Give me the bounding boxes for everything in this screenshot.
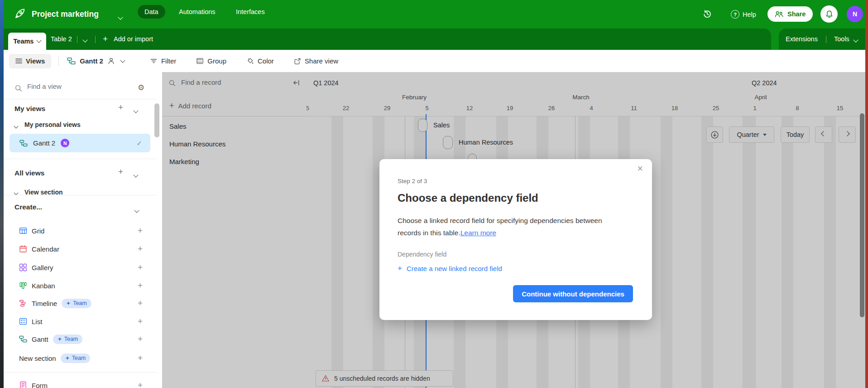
sidebar-scrollbar[interactable]: [154, 103, 159, 137]
close-icon[interactable]: ×: [637, 164, 643, 174]
kanban-icon: [19, 281, 27, 290]
continue-without-dependencies-button[interactable]: Continue without dependencies: [513, 285, 633, 302]
share-button[interactable]: Share: [767, 6, 813, 22]
sidebar-item-calendar[interactable]: Calendar +: [4, 242, 162, 256]
learn-more-link[interactable]: Learn more: [460, 229, 496, 237]
sidebar-item-form[interactable]: Form +: [4, 378, 162, 388]
color-label: Color: [258, 57, 274, 65]
rocket-icon: [14, 7, 26, 20]
share-view-button[interactable]: Share view: [294, 57, 338, 65]
screen-edge: [865, 0, 868, 388]
nav-tab-interfaces[interactable]: Interfaces: [229, 5, 272, 19]
my-views-label: My views: [14, 105, 45, 113]
tab-teams[interactable]: Teams: [8, 33, 46, 50]
base-title-chevron-icon[interactable]: [119, 14, 122, 22]
gantt-view-icon: [19, 139, 28, 147]
plus-icon: +: [398, 264, 402, 273]
modal-title: Choose a dependency field: [398, 192, 538, 204]
selected-view-name: Gantt 2: [33, 139, 55, 147]
history-icon[interactable]: [703, 10, 712, 19]
screen: Project marketing Data Automations Inter…: [0, 0, 868, 388]
nav-tab-data[interactable]: Data: [138, 5, 165, 19]
sidebar-item-list[interactable]: List +: [4, 315, 162, 328]
content: ⚙ My views + My personal views Gantt 2 N…: [4, 72, 865, 388]
filter-button[interactable]: Filter: [150, 57, 176, 65]
base-title[interactable]: Project marketing: [32, 10, 99, 19]
gear-icon[interactable]: ⚙: [138, 83, 144, 92]
view-chevron-icon: [120, 58, 125, 63]
add-view-icon[interactable]: +: [138, 226, 143, 236]
app-window: Project marketing Data Automations Inter…: [4, 0, 865, 388]
share-view-label: Share view: [305, 57, 338, 65]
create-label: Create...: [14, 203, 42, 211]
clipped-view-row: View section: [4, 189, 153, 195]
tab-teams-label: Teams: [14, 38, 34, 45]
gantt-icon: [19, 335, 27, 343]
color-button[interactable]: Color: [246, 57, 274, 65]
views-button[interactable]: Views: [9, 54, 51, 68]
add-view-icon[interactable]: +: [138, 316, 143, 326]
sidebar-item-new-section[interactable]: New section Team +: [4, 351, 162, 365]
sidebar-item-gallery[interactable]: Gallery +: [4, 261, 162, 274]
top-bar: Project marketing Data Automations Inter…: [4, 0, 865, 29]
all-views-add-icon[interactable]: +: [118, 167, 123, 177]
add-or-import[interactable]: Add or import: [114, 35, 153, 43]
add-view-icon[interactable]: +: [138, 281, 143, 291]
add-view-icon[interactable]: +: [138, 262, 143, 272]
group-label: Group: [207, 57, 226, 65]
sidebar-item-gantt[interactable]: Gantt Team +: [4, 332, 162, 346]
extensions-button[interactable]: Extensions: [786, 35, 818, 43]
add-view-icon[interactable]: +: [138, 334, 143, 344]
tab-teams-chevron-icon: [37, 38, 42, 43]
sidebar-item-grid[interactable]: Grid +: [4, 224, 162, 238]
all-views-label: All views: [14, 169, 44, 177]
tab-table2[interactable]: Table 2: [51, 35, 72, 43]
notifications-button[interactable]: [820, 5, 838, 23]
group-icon: [196, 57, 204, 65]
add-view-icon[interactable]: +: [138, 353, 143, 363]
calendar-icon: [19, 245, 27, 253]
menu-icon: [15, 58, 22, 64]
add-view-icon[interactable]: +: [138, 244, 143, 254]
view-toolbar: Views Gantt 2: [4, 50, 865, 73]
table-chevron-icon[interactable]: [83, 37, 87, 44]
tools-button[interactable]: Tools: [834, 35, 849, 43]
find-view-input[interactable]: [26, 82, 110, 91]
people-icon: [775, 11, 784, 17]
nav-tab-automations[interactable]: Automations: [172, 5, 222, 19]
grid-icon: [19, 227, 27, 235]
team-badge: Team: [53, 335, 83, 344]
view-switcher[interactable]: Gantt 2: [67, 57, 125, 65]
add-table-plus-icon[interactable]: +: [103, 34, 108, 44]
add-view-icon[interactable]: +: [138, 298, 143, 308]
my-views-add-icon[interactable]: +: [118, 102, 123, 112]
create-chevron-icon[interactable]: [135, 207, 139, 215]
dependency-modal: × Step 2 of 3 Choose a dependency field …: [379, 159, 652, 320]
avatar[interactable]: N: [847, 6, 863, 22]
views-sidebar: ⚙ My views + My personal views Gantt 2 N…: [4, 72, 162, 388]
tools-chevron-icon: [854, 37, 858, 44]
collaborator-icon: [107, 57, 115, 65]
table-tab-bar: Teams Table 2 + Add or import Extensions…: [4, 29, 865, 50]
gallery-icon: [19, 263, 27, 272]
help-button[interactable]: ? Help: [731, 10, 756, 19]
timeline-icon: [19, 299, 27, 307]
modal-step: Step 2 of 3: [398, 178, 427, 184]
sidebar-item-kanban[interactable]: Kanban +: [4, 279, 162, 292]
help-icon: ?: [731, 10, 739, 19]
my-views-chevron-icon[interactable]: [134, 107, 138, 115]
collaborator-badge: N: [61, 139, 69, 147]
all-views-chevron-icon[interactable]: [134, 171, 138, 179]
create-linked-record-link[interactable]: + Create a new linked record field: [398, 264, 502, 273]
gantt-view-icon: [67, 57, 76, 65]
sidebar-item-gantt2[interactable]: Gantt 2 N ✓: [10, 134, 150, 152]
share-label: Share: [787, 10, 806, 18]
add-view-icon[interactable]: +: [138, 380, 143, 388]
group-button[interactable]: Group: [196, 57, 226, 65]
check-icon: ✓: [136, 139, 142, 147]
team-badge: Team: [61, 354, 91, 363]
current-view-name: Gantt 2: [80, 57, 103, 65]
sidebar-item-timeline[interactable]: Timeline Team +: [4, 296, 162, 310]
personal-views-chevron-icon[interactable]: [14, 123, 18, 131]
personal-views-label[interactable]: My personal views: [24, 121, 81, 128]
